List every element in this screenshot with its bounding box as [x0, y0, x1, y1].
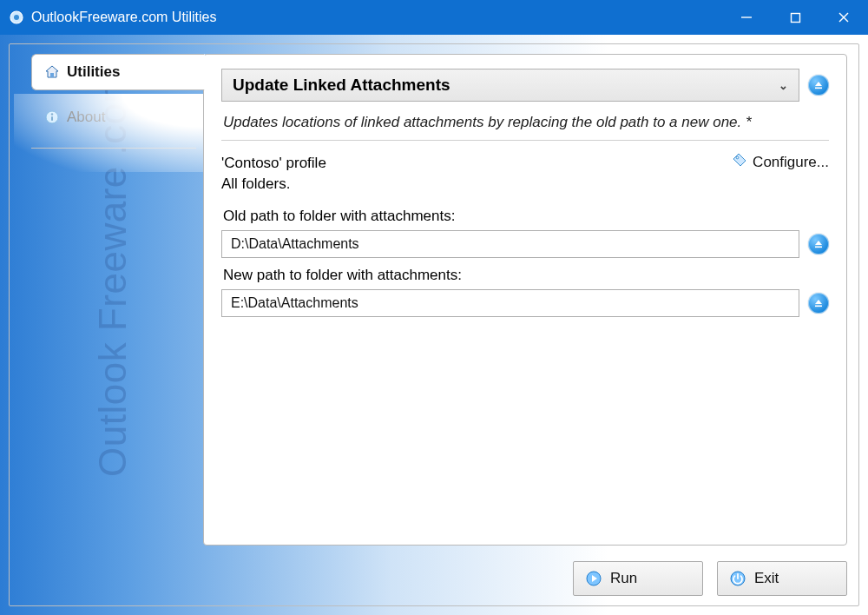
new-path-label: New path to folder with attachments: — [223, 267, 829, 284]
window-title: OutlookFreeware.com Utilities — [31, 10, 216, 25]
scope-line: All folders. — [221, 174, 326, 195]
eject-icon — [813, 80, 824, 90]
run-label: Run — [610, 570, 637, 587]
info-icon — [44, 109, 60, 125]
old-path-label: Old path to folder with attachments: — [223, 208, 829, 225]
exit-label: Exit — [754, 570, 779, 587]
chevron-down-icon: ⌄ — [779, 79, 788, 92]
eject-icon — [813, 239, 824, 249]
profile-summary: 'Contoso' profile All folders. — [221, 153, 326, 195]
new-path-browse-button[interactable] — [808, 293, 829, 314]
side-tabs: Utilities About — [31, 54, 205, 149]
home-icon — [44, 64, 60, 80]
svg-rect-10 — [51, 116, 53, 121]
exit-button[interactable]: Exit — [717, 561, 847, 596]
tab-about[interactable]: About — [31, 99, 205, 136]
svg-point-9 — [51, 113, 53, 115]
new-path-input[interactable] — [221, 289, 799, 317]
power-icon — [730, 571, 746, 586]
tag-icon — [732, 153, 747, 173]
svg-point-14 — [736, 156, 739, 159]
utility-select[interactable]: Update Linked Attachments ⌄ — [221, 69, 799, 102]
profile-line: 'Contoso' profile — [221, 153, 326, 175]
minimize-button[interactable] — [722, 0, 771, 35]
footer-buttons: Run Exit — [573, 561, 847, 596]
old-path-browse-button[interactable] — [808, 234, 829, 255]
utility-name: Update Linked Attachments — [233, 76, 450, 95]
main-panel: Update Linked Attachments ⌄ Updates loca… — [203, 54, 847, 546]
eject-button[interactable] — [808, 75, 829, 96]
tab-label: About — [67, 109, 105, 126]
run-button[interactable]: Run — [573, 561, 703, 596]
tab-label: Utilities — [67, 63, 120, 81]
section-separator — [221, 140, 829, 141]
configure-label: Configure... — [753, 154, 829, 171]
titlebar: OutlookFreeware.com Utilities — [0, 0, 868, 35]
svg-rect-3 — [791, 13, 799, 22]
svg-marker-13 — [733, 154, 746, 166]
svg-marker-11 — [815, 82, 822, 86]
maximize-button[interactable] — [771, 0, 819, 35]
play-icon — [586, 571, 602, 586]
utility-description: Updates locations of linked attachments … — [223, 112, 794, 133]
close-button[interactable] — [819, 0, 868, 35]
svg-rect-16 — [815, 247, 822, 248]
svg-marker-15 — [815, 241, 822, 245]
svg-marker-17 — [815, 300, 822, 304]
old-path-input[interactable] — [221, 230, 799, 258]
svg-rect-7 — [50, 73, 54, 77]
configure-link[interactable]: Configure... — [732, 153, 829, 173]
tab-separator — [31, 148, 196, 149]
app-icon — [9, 10, 24, 25]
tab-utilities[interactable]: Utilities — [31, 54, 205, 90]
app-window: OutlookFreeware.com Utilities Outlook Fr… — [0, 0, 868, 615]
svg-rect-12 — [815, 88, 822, 89]
client-area: Outlook Freeware .com Utilities — [0, 35, 868, 615]
svg-rect-18 — [815, 306, 822, 308]
eject-icon — [813, 298, 824, 308]
svg-point-1 — [14, 15, 19, 20]
